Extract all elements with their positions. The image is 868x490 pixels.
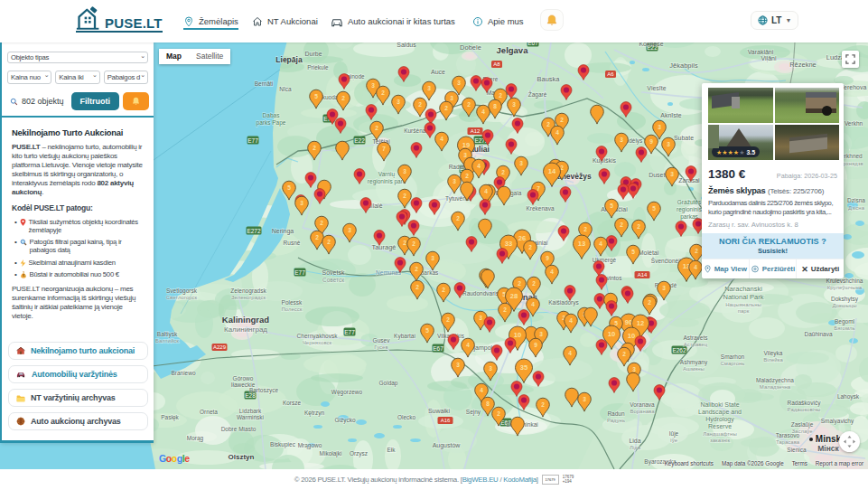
svg-text:regioninis: regioninis (677, 206, 703, 213)
svg-text:35: 35 (520, 363, 528, 372)
svg-text:3: 3 (519, 160, 523, 166)
svg-text:3: 3 (348, 227, 351, 233)
svg-text:3: 3 (427, 85, 431, 91)
svg-text:4: 4 (694, 264, 697, 270)
svg-text:Lida: Lida (629, 438, 640, 444)
svg-text:Бягомль: Бягомль (834, 325, 854, 331)
svg-text:Astravets: Astravets (683, 335, 708, 341)
svg-text:3: 3 (457, 80, 461, 86)
svg-text:Nīca: Nīca (279, 86, 292, 92)
svg-text:2: 2 (499, 92, 502, 99)
svg-text:Raudondvaris: Raudondvaris (462, 290, 499, 297)
svg-text:2: 2 (315, 234, 319, 240)
svg-text:Gusev: Gusev (373, 337, 391, 344)
svg-text:Saldus: Saldus (397, 42, 416, 48)
svg-text:Ashmyany: Ashmyany (680, 359, 708, 366)
svg-text:7: 7 (382, 146, 386, 152)
svg-text:Радунь: Радунь (607, 418, 625, 423)
svg-text:Neringa: Neringa (272, 228, 294, 235)
svg-text:3: 3 (620, 137, 623, 143)
svg-text:Tarasovo: Tarasovo (776, 432, 800, 438)
svg-text:Olecko: Olecko (397, 414, 416, 420)
svg-text:4: 4 (477, 163, 481, 169)
svg-text:Зеленоградск: Зеленоградск (231, 295, 266, 300)
svg-text:3: 3 (300, 200, 303, 206)
svg-text:10: 10 (628, 332, 635, 340)
svg-text:2: 2 (442, 287, 445, 293)
svg-text:Воранава: Воранава (630, 409, 655, 414)
svg-text:Baltiysk: Baltiysk (157, 331, 178, 338)
svg-text:Landscape and: Landscape and (698, 409, 742, 416)
svg-text:Voranava: Voranava (630, 401, 655, 408)
svg-text:Маладзечна: Маладзечна (760, 384, 791, 390)
svg-text:Krekenava: Krekenava (526, 205, 554, 212)
svg-text:Светлогорск: Светлогорск (166, 295, 198, 300)
svg-text:4: 4 (481, 108, 485, 115)
svg-text:Sejny: Sejny (466, 409, 481, 416)
svg-text:2: 2 (456, 215, 460, 221)
svg-text:2: 2 (622, 351, 626, 357)
svg-text:5: 5 (610, 203, 613, 209)
svg-text:9: 9 (649, 138, 653, 145)
svg-text:Докшыцы: Докшыцы (833, 303, 857, 308)
svg-text:Bernāti: Bernāti (255, 80, 274, 87)
svg-text:A6: A6 (607, 71, 614, 77)
svg-text:5: 5 (652, 205, 656, 212)
svg-text:5: 5 (314, 93, 318, 99)
svg-text:2: 2 (528, 244, 532, 250)
svg-text:3: 3 (403, 168, 406, 174)
svg-text:26: 26 (518, 234, 526, 242)
svg-text:14: 14 (548, 167, 556, 175)
svg-text:3: 3 (489, 365, 492, 372)
svg-text:Górowo: Górowo (233, 375, 254, 382)
svg-text:Smalyavichy: Smalyavichy (821, 418, 854, 425)
svg-text:Dobele: Dobele (460, 43, 481, 52)
svg-text:8: 8 (486, 400, 490, 407)
svg-text:Sovetsk: Sovetsk (322, 269, 345, 276)
svg-text:2: 2 (418, 101, 422, 108)
svg-text:Reserve: Reserve (708, 423, 732, 429)
svg-text:Bartoszyce: Bartoszyce (249, 387, 279, 394)
svg-text:33: 33 (505, 240, 512, 248)
svg-text:4: 4 (550, 269, 554, 275)
svg-text:Zaslaūje: Zaslaūje (791, 421, 814, 429)
svg-text:Dobre Miasto: Dobre Miasto (221, 426, 257, 432)
svg-text:Ашмяны: Ашмяны (683, 366, 705, 372)
svg-text:Vileyka: Vileyka (764, 350, 783, 357)
svg-text:5: 5 (614, 320, 618, 326)
svg-text:Tauragė: Tauragė (371, 243, 396, 251)
svg-text:2: 2 (637, 223, 640, 230)
svg-text:Smarhon: Smarhon (721, 353, 745, 360)
svg-text:Jelgava: Jelgava (497, 45, 529, 55)
svg-text:5: 5 (287, 184, 291, 191)
svg-text:4: 4 (480, 387, 483, 393)
svg-text:Kętrzyn: Kętrzyn (304, 410, 324, 417)
svg-text:9: 9 (546, 255, 549, 261)
svg-text:4: 4 (555, 129, 559, 136)
svg-text:Olsztyn: Olsztyn (229, 453, 255, 461)
svg-text:Aknīste: Aknīste (660, 112, 681, 118)
svg-text:regioninis park: regioninis park (368, 178, 406, 185)
svg-text:3: 3 (539, 331, 543, 337)
svg-text:Ełk: Ełk (387, 447, 396, 453)
svg-text:Radun: Radun (607, 410, 625, 417)
svg-text:3: 3 (658, 124, 661, 130)
svg-text:Svetlogorsk: Svetlogorsk (166, 287, 198, 295)
svg-text:2: 2 (415, 284, 419, 290)
svg-text:Калининград: Калининград (224, 325, 267, 334)
svg-text:3: 3 (583, 396, 586, 402)
svg-text:Giżycko: Giżycko (334, 417, 356, 424)
svg-text:Полесск: Полесск (282, 306, 303, 312)
svg-text:2: 2 (341, 95, 345, 101)
svg-text:2: 2 (695, 248, 698, 254)
svg-text:Черняховск: Черняховск (303, 340, 332, 345)
svg-text:Радашковічы: Радашковічы (788, 407, 821, 412)
svg-text:A14: A14 (638, 272, 648, 278)
svg-text:E67: E67 (527, 42, 538, 46)
svg-text:Gražutės: Gražutės (677, 199, 702, 205)
svg-text:Molėtai: Molėtai (639, 250, 659, 256)
svg-text:Orneta: Orneta (200, 409, 218, 415)
svg-text:Auce: Auce (431, 69, 445, 75)
svg-text:2: 2 (327, 239, 331, 245)
svg-text:E22: E22 (354, 137, 365, 144)
